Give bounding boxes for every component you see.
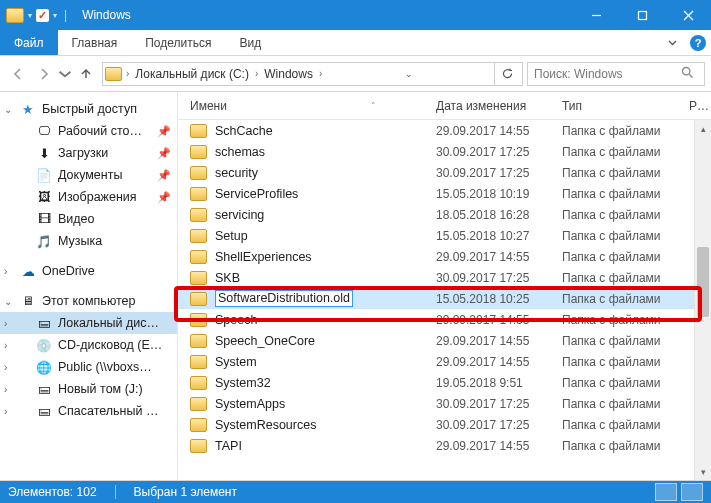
computer-icon: 🖥	[20, 293, 36, 309]
chevron-down-icon[interactable]: ⌄	[4, 104, 12, 115]
table-row[interactable]: Speech29.09.2017 14:55Папка с файлами	[178, 309, 711, 330]
qat-dropdown-icon[interactable]: ▾	[28, 11, 32, 20]
file-type: Папка с файлами	[562, 376, 711, 390]
chevron-right-icon[interactable]: ›	[4, 340, 7, 351]
tab-view[interactable]: Вид	[225, 30, 275, 55]
back-button[interactable]	[6, 62, 30, 86]
sidebar-item[interactable]: 🖵Рабочий сто…📌	[0, 120, 177, 142]
separator	[115, 485, 116, 499]
scroll-up-icon[interactable]: ▴	[695, 120, 711, 137]
tab-file[interactable]: Файл	[0, 30, 58, 55]
sidebar-item-label: Спасательный …	[58, 404, 158, 418]
file-name: Speech	[215, 313, 257, 327]
table-row[interactable]: System3219.05.2018 9:51Папка с файлами	[178, 372, 711, 393]
table-row[interactable]: SchCache29.09.2017 14:55Папка с файлами	[178, 120, 711, 141]
status-selection: Выбран 1 элемент	[134, 485, 237, 499]
maximize-button[interactable]	[619, 0, 665, 30]
file-date: 18.05.2018 16:28	[436, 208, 562, 222]
scroll-thumb[interactable]	[697, 247, 709, 317]
rename-input[interactable]: SoftwareDistribution.old	[215, 290, 353, 307]
tab-home[interactable]: Главная	[58, 30, 132, 55]
sidebar-this-pc[interactable]: ⌄ 🖥 Этот компьютер	[0, 290, 177, 312]
view-details-button[interactable]	[655, 483, 677, 501]
tab-share[interactable]: Поделиться	[131, 30, 225, 55]
table-row[interactable]: servicing18.05.2018 16:28Папка с файлами	[178, 204, 711, 225]
table-row[interactable]: System29.09.2017 14:55Папка с файлами	[178, 351, 711, 372]
sidebar-drive-item[interactable]: ›🖴Спасательный …	[0, 400, 177, 422]
sidebar-item-label: Музыка	[58, 234, 102, 248]
scrollbar-vertical[interactable]: ▴ ▾	[694, 120, 711, 480]
table-row[interactable]: SKB30.09.2017 17:25Папка с файлами	[178, 267, 711, 288]
file-name: Setup	[215, 229, 248, 243]
sidebar-drive-item[interactable]: ›🖴Локальный дис…	[0, 312, 177, 334]
chevron-right-icon[interactable]: ›	[4, 406, 7, 417]
address-dropdown-icon[interactable]: ⌄	[399, 69, 419, 79]
chevron-right-icon[interactable]: ›	[4, 384, 7, 395]
table-row[interactable]: ShellExperiences29.09.2017 14:55Папка с …	[178, 246, 711, 267]
file-date: 29.09.2017 14:55	[436, 334, 562, 348]
properties-icon[interactable]: ✓	[36, 9, 49, 22]
sidebar-drive-item[interactable]: ›💿CD-дисковод (E…	[0, 334, 177, 356]
close-button[interactable]	[665, 0, 711, 30]
folder-icon	[105, 67, 122, 81]
table-row[interactable]: ServiceProfiles15.05.2018 10:19Папка с ф…	[178, 183, 711, 204]
sidebar-quick-access[interactable]: ⌄ ★ Быстрый доступ	[0, 98, 177, 120]
table-row[interactable]: schemas30.09.2017 17:25Папка с файлами	[178, 141, 711, 162]
table-row[interactable]: Setup15.05.2018 10:27Папка с файлами	[178, 225, 711, 246]
drive-icon: 💿	[36, 337, 52, 353]
up-button[interactable]	[74, 62, 98, 86]
column-type[interactable]: Тип	[562, 99, 689, 113]
column-size[interactable]: Р…	[689, 99, 711, 113]
table-row[interactable]: TAPI29.09.2017 14:55Папка с файлами	[178, 435, 711, 456]
sort-asc-icon: ˄	[371, 101, 376, 111]
breadcrumb-disk[interactable]: Локальный диск (C:)	[131, 67, 253, 81]
sidebar-item[interactable]: ⬇Загрузки📌	[0, 142, 177, 164]
forward-button[interactable]	[32, 62, 56, 86]
table-row[interactable]: SystemResources30.09.2017 17:25Папка с ф…	[178, 414, 711, 435]
sidebar-drive-item[interactable]: ›🌐Public (\\vboxs…	[0, 356, 177, 378]
folder-icon	[190, 334, 207, 348]
item-icon: 🖵	[36, 123, 52, 139]
file-type: Папка с файлами	[562, 313, 711, 327]
folder-icon	[190, 250, 207, 264]
folder-icon	[190, 271, 207, 285]
column-date[interactable]: Дата изменения	[436, 99, 562, 113]
chevron-right-icon[interactable]: ›	[253, 68, 260, 79]
table-row[interactable]: SystemApps30.09.2017 17:25Папка с файлам…	[178, 393, 711, 414]
chevron-right-icon[interactable]: ›	[124, 68, 131, 79]
refresh-button[interactable]	[494, 63, 520, 85]
help-button[interactable]: ?	[685, 30, 711, 55]
search-input[interactable]: Поиск: Windows	[527, 62, 705, 86]
table-row[interactable]: SoftwareDistribution.old15.05.2018 10:25…	[178, 288, 711, 309]
table-row[interactable]: Speech_OneCore29.09.2017 14:55Папка с фа…	[178, 330, 711, 351]
chevron-down-icon[interactable]: ⌄	[4, 296, 12, 307]
minimize-button[interactable]	[573, 0, 619, 30]
sidebar-item[interactable]: 🎞Видео	[0, 208, 177, 230]
address-bar[interactable]: › Локальный диск (C:) › Windows › ⌄	[102, 62, 523, 86]
sidebar-onedrive[interactable]: › ☁ OneDrive	[0, 260, 177, 282]
svg-line-5	[689, 74, 692, 77]
qat-expand-icon[interactable]: ▾	[53, 11, 57, 20]
breadcrumb-folder[interactable]: Windows	[260, 67, 317, 81]
sidebar-item[interactable]: 📄Документы📌	[0, 164, 177, 186]
svg-rect-1	[638, 11, 646, 19]
file-date: 30.09.2017 17:25	[436, 271, 562, 285]
sidebar-item[interactable]: 🖼Изображения📌	[0, 186, 177, 208]
sidebar-drive-item[interactable]: ›🖴Новый том (J:)	[0, 378, 177, 400]
view-icons-button[interactable]	[681, 483, 703, 501]
scroll-down-icon[interactable]: ▾	[695, 463, 711, 480]
chevron-right-icon[interactable]: ›	[4, 266, 7, 277]
sidebar-item[interactable]: 🎵Музыка	[0, 230, 177, 252]
column-headers: Имени˄ Дата изменения Тип Р…	[178, 92, 711, 120]
file-name: SKB	[215, 271, 240, 285]
folder-icon	[190, 187, 207, 201]
table-row[interactable]: security30.09.2017 17:25Папка с файлами	[178, 162, 711, 183]
ribbon-expand-icon[interactable]	[659, 30, 685, 55]
search-icon	[681, 66, 694, 82]
column-name[interactable]: Имени˄	[190, 99, 436, 113]
recent-dropdown-icon[interactable]	[58, 62, 72, 86]
chevron-right-icon[interactable]: ›	[4, 318, 7, 329]
chevron-right-icon[interactable]: ›	[4, 362, 7, 373]
item-icon: 🎞	[36, 211, 52, 227]
chevron-right-icon[interactable]: ›	[317, 68, 324, 79]
